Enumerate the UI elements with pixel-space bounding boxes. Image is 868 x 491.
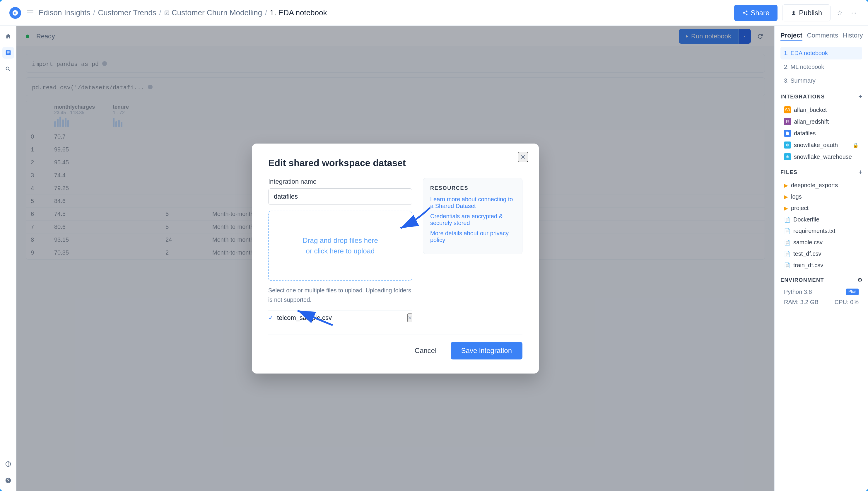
folder-icon: ▶ bbox=[784, 205, 788, 211]
star-icon[interactable]: ☆ bbox=[835, 8, 844, 18]
files-section-title: FILES + bbox=[780, 169, 862, 176]
tab-project[interactable]: Project bbox=[780, 32, 802, 41]
folder-icon: ▶ bbox=[784, 194, 788, 200]
cancel-button[interactable]: Cancel bbox=[405, 342, 446, 359]
sidebar-settings-icon[interactable] bbox=[2, 458, 14, 470]
sidebar-search-icon[interactable] bbox=[2, 63, 14, 75]
check-icon: ✓ bbox=[268, 314, 273, 322]
file-icon: 📄 bbox=[784, 262, 790, 269]
app-container: Edison Insights / Customer Trends / Cust… bbox=[0, 0, 868, 491]
nav-item-eda[interactable]: 1. EDA notebook bbox=[780, 47, 862, 59]
left-sidebar bbox=[0, 26, 17, 491]
integration-item-bucket[interactable]: S3 allan_bucket bbox=[780, 104, 862, 116]
file-icon: 📄 bbox=[784, 228, 790, 234]
modal-right: RESOURCES Learn more about connecting to… bbox=[423, 178, 522, 325]
modal-left: Integration name Drag and drop files her… bbox=[268, 178, 412, 325]
save-integration-button[interactable]: Save integration bbox=[451, 342, 522, 359]
add-file-button[interactable]: + bbox=[858, 169, 862, 176]
header-left: Edison Insights / Customer Trends / Cust… bbox=[9, 7, 729, 19]
modal-overlay: Edit shared workspace dataset × Integrat… bbox=[17, 26, 774, 491]
breadcrumb-edison[interactable]: Edison Insights bbox=[39, 8, 90, 17]
publish-button[interactable]: Publish bbox=[782, 4, 831, 21]
breadcrumb-notebook[interactable]: 1. EDA notebook bbox=[270, 8, 327, 17]
drop-zone-text: Drag and drop files here or click here t… bbox=[302, 235, 378, 256]
env-settings-icon[interactable]: ⚙ bbox=[858, 277, 862, 283]
add-integration-button[interactable]: + bbox=[858, 93, 862, 100]
breadcrumb-churn[interactable]: Customer Churn Modelling bbox=[172, 8, 262, 17]
files-item-dockerfile[interactable]: 📄 Dockerfile bbox=[780, 214, 862, 225]
snowflake-icon: ❄ bbox=[784, 142, 791, 148]
menu-button[interactable] bbox=[27, 9, 35, 17]
env-tier-badge: Plus bbox=[846, 289, 859, 295]
env-python-row: Python 3.8 Plus bbox=[780, 287, 862, 297]
file-icon: 📄 bbox=[784, 216, 790, 223]
main-layout: Ready Run notebook impor bbox=[0, 26, 868, 491]
files-item-project[interactable]: ▶ project bbox=[780, 202, 862, 214]
files-item-test-df[interactable]: 📄 test_df.csv bbox=[780, 248, 862, 260]
resources-link-3[interactable]: More details about our privacy policy bbox=[430, 230, 515, 243]
breadcrumb-trends[interactable]: Customer Trends bbox=[98, 8, 156, 17]
env-ram-row: RAM: 3.2 GB CPU: 0% bbox=[780, 297, 862, 307]
snowflake-warehouse-icon: ❄ bbox=[784, 153, 791, 160]
sidebar-help-icon[interactable] bbox=[2, 474, 14, 486]
file-remove-button[interactable]: × bbox=[407, 314, 412, 322]
file-icon: 📄 bbox=[784, 251, 790, 257]
lock-icon: 🔒 bbox=[853, 142, 859, 148]
s3-icon: S3 bbox=[784, 106, 791, 113]
right-panel-tabs: Project Comments History bbox=[780, 32, 862, 41]
file-icon: 📄 bbox=[784, 239, 790, 246]
right-panel: Project Comments History 1. EDA notebook… bbox=[774, 26, 868, 491]
files-item-train-df[interactable]: 📄 train_df.csv bbox=[780, 260, 862, 271]
redshift-icon: R bbox=[784, 118, 791, 125]
resources-title: RESOURCES bbox=[430, 185, 515, 191]
header: Edison Insights / Customer Trends / Cust… bbox=[0, 0, 868, 26]
modal-body: Integration name Drag and drop files her… bbox=[268, 178, 522, 325]
sidebar-home-icon[interactable] bbox=[2, 30, 14, 42]
integration-item-redshift[interactable]: R allan_redshift bbox=[780, 116, 862, 127]
resources-box: RESOURCES Learn more about connecting to… bbox=[423, 178, 522, 254]
arrow-annotation-file bbox=[286, 308, 338, 331]
modal: Edit shared workspace dataset × Integrat… bbox=[252, 144, 539, 374]
modal-footer: Cancel Save integration bbox=[268, 335, 522, 359]
header-right: Share Publish ☆ ··· bbox=[734, 4, 859, 21]
sidebar-notebook-icon[interactable] bbox=[2, 47, 14, 59]
files-item-exports[interactable]: ▶ deepnote_exports bbox=[780, 180, 862, 191]
modal-title: Edit shared workspace dataset bbox=[268, 157, 522, 169]
integration-item-snowflake-wh[interactable]: ❄ snowflake_warehouse bbox=[780, 151, 862, 163]
integration-item-datafiles[interactable]: datafiles bbox=[780, 127, 862, 139]
share-button[interactable]: Share bbox=[734, 5, 778, 21]
app-logo bbox=[9, 7, 21, 19]
files-item-logs[interactable]: ▶ logs bbox=[780, 191, 862, 202]
tab-history[interactable]: History bbox=[843, 32, 863, 41]
nav-item-ml[interactable]: 2. ML notebook bbox=[780, 61, 862, 73]
integration-item-snowflake-oauth[interactable]: ❄ snowflake_oauth 🔒 bbox=[780, 139, 862, 151]
integration-name-label: Integration name bbox=[268, 178, 412, 185]
resources-link-1[interactable]: Learn more about connecting to a Shared … bbox=[430, 196, 515, 209]
arrow-annotation-upload bbox=[377, 202, 436, 237]
more-options-icon[interactable]: ··· bbox=[849, 8, 859, 18]
breadcrumb: Edison Insights / Customer Trends / Cust… bbox=[39, 8, 327, 17]
env-section-title: ENVIRONMENT ⚙ bbox=[780, 277, 862, 283]
nav-item-summary[interactable]: 3. Summary bbox=[780, 75, 862, 87]
files-item-requirements[interactable]: 📄 requirements.txt bbox=[780, 225, 862, 237]
datafiles-icon bbox=[784, 130, 791, 137]
content-area: Ready Run notebook impor bbox=[17, 26, 774, 491]
modal-close-button[interactable]: × bbox=[518, 152, 528, 162]
tab-comments[interactable]: Comments bbox=[807, 32, 838, 41]
folder-icon: ▶ bbox=[784, 182, 788, 189]
integrations-section-title: INTEGRATIONS + bbox=[780, 93, 862, 100]
upload-hint: Select one or multiple files to upload. … bbox=[268, 286, 412, 305]
files-item-sample-csv[interactable]: 📄 sample.csv bbox=[780, 237, 862, 248]
resources-link-2[interactable]: Credentials are encrypted & securely sto… bbox=[430, 213, 515, 227]
